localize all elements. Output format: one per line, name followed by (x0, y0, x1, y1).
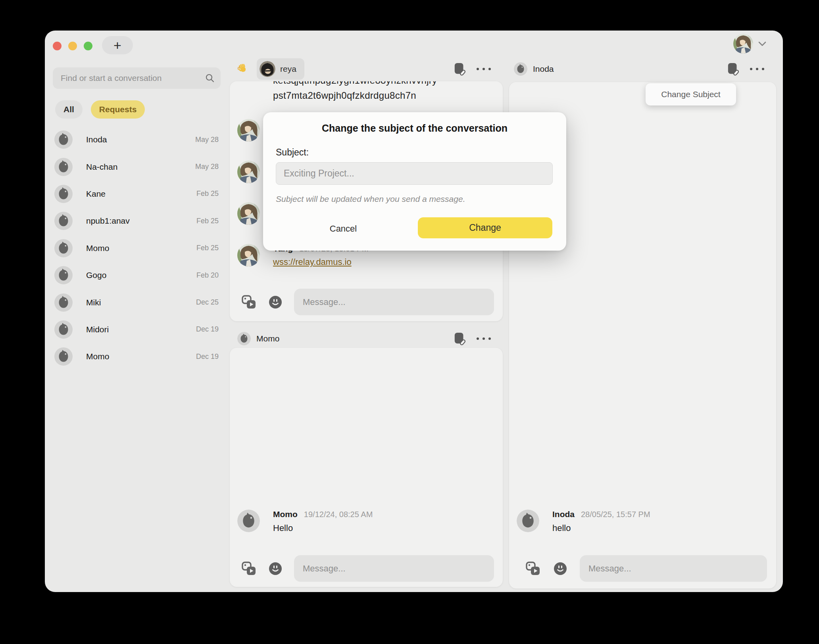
wave-icon (237, 63, 249, 75)
conversation-list-item[interactable]: Miki Dec 25 (53, 289, 219, 316)
subject-hint: Subject will be updated when you send a … (276, 194, 465, 204)
conversation-name: Kane (86, 189, 106, 199)
conversation-list-item[interactable]: Inoda May 28 (53, 126, 219, 153)
note-edit-icon[interactable] (454, 62, 466, 76)
default-avatar (54, 239, 73, 257)
conversation-date: Feb 20 (196, 271, 219, 280)
conversation-name: npub1:anav (86, 216, 130, 226)
media-picker-icon[interactable] (526, 562, 541, 576)
more-options-icon[interactable] (750, 68, 764, 70)
message-avatar (237, 119, 260, 142)
emoji-picker-icon[interactable] (554, 562, 567, 575)
user-avatar[interactable] (733, 34, 753, 54)
peer-chip-reya[interactable]: reya (257, 58, 304, 80)
search-input[interactable] (61, 73, 205, 83)
message-avatar (517, 510, 539, 532)
default-avatar (54, 347, 73, 366)
app-window: + All Requests Inoda May 28 Na-chan May … (45, 31, 783, 592)
chat-header-momo: Momo (230, 328, 503, 349)
note-edit-icon[interactable] (454, 332, 466, 345)
chat-panel-momo[interactable]: Momo 19/12/24, 08:25 AM Hello (230, 348, 503, 587)
tab-requests[interactable]: Requests (91, 100, 145, 119)
zoom-button[interactable] (84, 42, 92, 50)
message-text: hello (552, 523, 650, 533)
conversation-list-item[interactable]: Momo Feb 25 (53, 235, 219, 262)
default-avatar (54, 130, 73, 149)
reya-avatar (260, 61, 275, 77)
default-avatar (54, 320, 73, 339)
peer-name: Momo (256, 334, 279, 343)
close-button[interactable] (53, 42, 62, 50)
search-bar[interactable] (53, 67, 221, 89)
peer-chip-inoda[interactable]: Inoda (514, 62, 554, 76)
inoda-avatar (514, 62, 527, 76)
emoji-picker-icon[interactable] (269, 295, 282, 309)
message-input[interactable] (294, 289, 494, 315)
conversation-list-item[interactable]: Momo Dec 19 (53, 343, 219, 370)
message-input[interactable] (580, 555, 767, 582)
new-tab-button[interactable]: + (102, 36, 133, 54)
message-avatar (237, 161, 260, 183)
default-avatar (54, 185, 73, 203)
message: Momo 19/12/24, 08:25 AM Hello (237, 510, 373, 533)
conversation-date: May 28 (195, 163, 219, 171)
composer-momo (230, 555, 503, 582)
conversation-name: Midori (86, 325, 109, 334)
conversation-name: Momo (86, 243, 109, 253)
minimize-button[interactable] (68, 42, 77, 50)
change-subject-dialog: Change the subject of the conversation S… (263, 112, 566, 251)
peer-name: Inoda (533, 64, 554, 74)
message-text: Hello (273, 523, 373, 533)
default-avatar (54, 158, 73, 176)
conversation-date: Dec 25 (196, 298, 219, 307)
message-timestamp: 19/12/24, 08:25 AM (304, 510, 373, 519)
npub-text: pst7mta2t6wpjh0qfzkdrdgu8ch7n (273, 90, 416, 101)
npub-text-clipped: ketsqjqtfnpdg2lygh1wfe88yhzkhvvnjry (273, 81, 437, 86)
conversation-name: Inoda (86, 135, 107, 144)
subject-field-label: Subject: (276, 147, 309, 158)
conversation-list-item[interactable]: Midori Dec 19 (53, 316, 219, 343)
more-options-icon[interactable] (477, 68, 491, 70)
message-avatar (237, 244, 260, 266)
conversation-list-item[interactable]: Kane Feb 25 (53, 180, 219, 207)
tab-all[interactable]: All (55, 100, 83, 119)
peer-name: reya (280, 64, 296, 74)
conversation-name: Gogo (86, 270, 106, 280)
message-input[interactable] (294, 555, 494, 582)
message: Inoda 28/05/25, 15:57 PM hello (517, 510, 650, 533)
media-picker-icon[interactable] (242, 295, 257, 309)
default-avatar (54, 266, 73, 284)
message-sender: Momo (273, 510, 298, 519)
account-menu[interactable] (733, 34, 767, 54)
relay-link[interactable]: wss://relay.damus.io (273, 257, 352, 267)
dialog-title: Change the subject of the conversation (263, 123, 566, 134)
subject-input[interactable] (276, 162, 553, 185)
conversation-date: Feb 25 (196, 217, 219, 225)
emoji-picker-icon[interactable] (269, 562, 282, 575)
composer-reya (230, 289, 503, 315)
conversation-date: Dec 19 (196, 325, 219, 334)
chat-header-inoda: Inoda (509, 58, 776, 80)
conversation-date: May 28 (195, 136, 219, 144)
conversation-list-item[interactable]: Na-chan May 28 (53, 153, 219, 180)
momo-avatar (237, 332, 251, 345)
change-subject-tooltip: Change Subject (646, 83, 736, 105)
conversation-name: Momo (86, 352, 109, 361)
conversation-list: Inoda May 28 Na-chan May 28 Kane Feb 25 … (53, 126, 219, 370)
cancel-button[interactable]: Cancel (311, 219, 375, 238)
composer-inoda (509, 555, 776, 582)
note-edit-icon[interactable] (727, 62, 740, 76)
conversation-list-item[interactable]: Gogo Feb 20 (53, 262, 219, 289)
chevron-down-icon[interactable] (757, 38, 767, 49)
peer-chip-momo[interactable]: Momo (237, 332, 279, 345)
conversation-filter-tabs: All Requests (55, 100, 145, 119)
more-options-icon[interactable] (477, 337, 491, 340)
change-button[interactable]: Change (418, 217, 552, 238)
conversation-list-item[interactable]: npub1:anav Feb 25 (53, 207, 219, 234)
message-timestamp: 28/05/25, 15:57 PM (581, 510, 650, 519)
conversation-date: Dec 19 (196, 353, 219, 361)
message-sender: Inoda (552, 510, 575, 519)
conversation-date: Feb 25 (196, 190, 219, 198)
message-avatar (237, 202, 260, 225)
media-picker-icon[interactable] (242, 562, 257, 576)
